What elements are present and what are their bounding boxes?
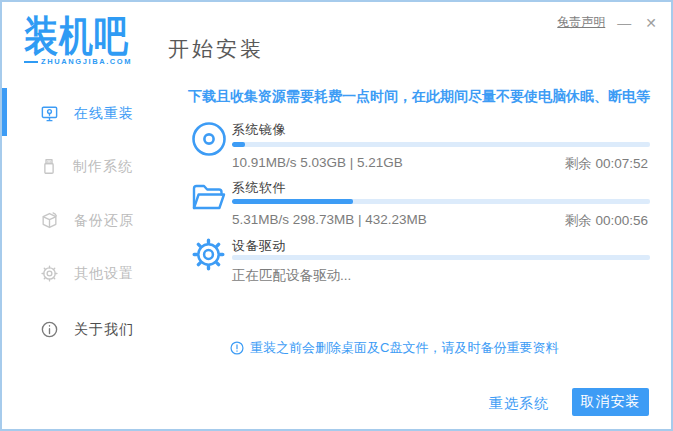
disc-icon: [190, 120, 228, 162]
info-icon: [40, 320, 59, 339]
gear-icon: [190, 236, 227, 277]
close-button[interactable]: ✕: [643, 16, 659, 30]
logo-brand-text: 装机吧: [24, 12, 134, 61]
app-logo: 装机吧 ZHUANGJIBA.COM: [24, 12, 144, 66]
sidebar-item-other-settings[interactable]: 其他设置: [40, 264, 134, 283]
task-remaining-time: 剩余 00:00:56: [565, 212, 648, 230]
installer-window: 装机吧 ZHUANGJIBA.COM 开始安装 免责声明 — ✕ 在线重装: [0, 0, 673, 431]
progress-fill: [232, 199, 353, 204]
progress-fill: [232, 142, 245, 147]
progress-bar-system-software: [232, 199, 650, 204]
monitor-reinstall-icon: [40, 104, 59, 123]
task-status-text: 正在匹配设备驱动...: [232, 267, 351, 285]
sidebar-item-about-us[interactable]: 关于我们: [40, 320, 134, 339]
minimize-button[interactable]: —: [615, 16, 633, 30]
titlebar-controls: 免责声明 — ✕: [557, 14, 659, 31]
sidebar-item-make-system[interactable]: 制作系统: [40, 157, 133, 176]
disclaimer-link[interactable]: 免责声明: [557, 14, 605, 31]
exclamation-circle-icon: [230, 341, 244, 355]
task-name: 设备驱动: [232, 237, 286, 255]
task-remaining-time: 剩余 00:07:52: [565, 155, 648, 173]
page-title: 开始安装: [168, 35, 264, 63]
download-notice: 下载且收集资源需要耗费一点时间，在此期间尽量不要使电脑休眠、断电等: [188, 88, 648, 106]
sidebar-item-label: 制作系统: [73, 158, 133, 176]
usb-drive-icon: [40, 157, 58, 176]
task-stats: 5.31MB/s 298.73MB | 432.23MB: [232, 212, 427, 227]
gear-icon: [40, 264, 59, 283]
sidebar-item-backup-restore[interactable]: 备份还原: [40, 211, 134, 230]
sidebar-item-label: 在线重装: [74, 105, 134, 123]
sidebar-item-label: 其他设置: [74, 265, 134, 283]
sidebar-item-online-reinstall[interactable]: 在线重装: [40, 104, 134, 123]
sidebar-item-label: 备份还原: [74, 212, 134, 230]
task-stats: 10.91MB/s 5.03GB | 5.21GB: [232, 155, 403, 170]
cancel-install-button[interactable]: 取消安装: [572, 388, 649, 416]
task-name: 系统镜像: [232, 121, 286, 139]
sidebar-active-indicator: [2, 88, 7, 136]
progress-bar-device-driver: [232, 255, 650, 260]
sidebar-item-label: 关于我们: [74, 321, 134, 339]
task-name: 系统软件: [232, 179, 286, 197]
backup-restore-icon: [40, 211, 59, 230]
folder-icon: [190, 180, 226, 218]
backup-warning: 重装之前会删除桌面及C盘文件，请及时备份重要资料: [230, 339, 558, 357]
progress-bar-system-image: [232, 142, 650, 147]
reselect-system-button[interactable]: 重选系统: [489, 395, 549, 413]
backup-warning-text: 重装之前会删除桌面及C盘文件，请及时备份重要资料: [250, 339, 558, 357]
